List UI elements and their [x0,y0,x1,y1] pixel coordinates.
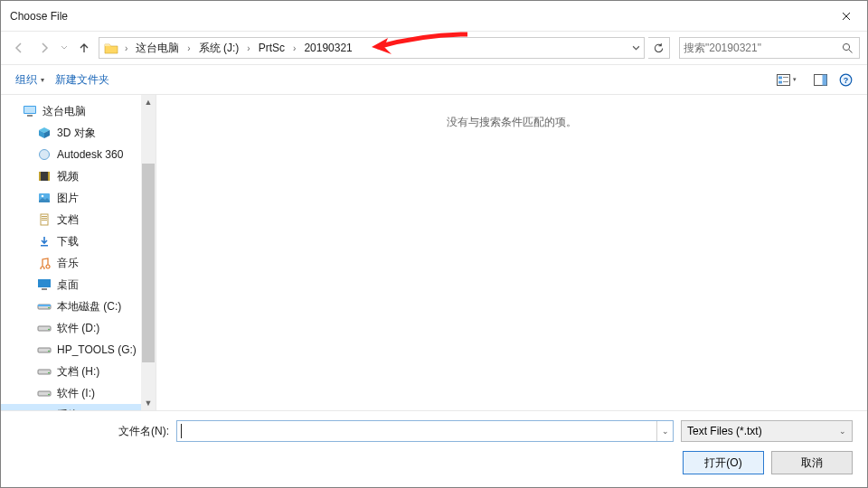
organize-button[interactable]: 组织▾ [10,69,50,91]
tree-drive-i[interactable]: 软件 (I:) [1,382,141,404]
refresh-button[interactable] [648,37,670,59]
open-button[interactable]: 打开(O) [683,451,764,474]
video-icon [37,169,52,183]
svg-point-28 [48,307,50,309]
svg-rect-12 [27,115,33,117]
music-icon [37,256,52,270]
svg-rect-21 [42,218,47,219]
crumb-prtsc[interactable]: PrtSc› [253,38,299,58]
desktop-icon [37,277,52,292]
file-list[interactable]: 没有与搜索条件匹配的项。 [156,95,867,410]
svg-rect-22 [42,220,47,221]
tree-drive-g[interactable]: HP_TOOLS (G:) [1,339,141,361]
svg-rect-25 [42,288,47,290]
titlebar: Choose File [1,1,867,32]
filetype-filter[interactable]: Text Files (*.txt) ⌄ [681,420,853,442]
svg-rect-20 [42,216,47,217]
new-folder-button[interactable]: 新建文件夹 [50,69,115,91]
tree-music[interactable]: 音乐 [1,252,141,274]
back-button[interactable] [8,37,30,59]
tree-3d-objects[interactable]: 3D 对象 [1,122,141,144]
tree-videos[interactable]: 视频 [1,165,141,187]
folder-icon [102,39,120,57]
cancel-button[interactable]: 取消 [771,451,853,474]
drive-icon [37,343,52,357]
toolbar: 组织▾ 新建文件夹 ▾ ? [1,64,867,95]
filename-input[interactable]: ⌄ [176,420,674,442]
tree-desktop[interactable]: 桌面 [1,274,141,296]
close-icon [842,12,851,21]
crumb-this-pc[interactable]: 这台电脑› [130,38,193,58]
svg-rect-27 [38,305,51,306]
svg-point-32 [48,351,50,352]
scroll-up-icon[interactable]: ▲ [141,95,156,109]
scroll-down-icon[interactable]: ▼ [141,396,156,410]
tree-this-pc[interactable]: 这台电脑 [1,100,141,122]
drive-icon [37,299,52,314]
autodesk-icon [37,147,52,162]
chevron-right-icon: › [184,43,193,53]
arrow-right-icon [38,42,51,54]
address-bar[interactable]: › 这台电脑› 系统 (J:)› PrtSc› 20190321 [99,37,645,59]
tree-drive-j[interactable]: 系统 (J:) [1,404,141,410]
navbar: › 这台电脑› 系统 (J:)› PrtSc› 20190321 [1,32,867,64]
monitor-icon [23,104,37,118]
svg-point-30 [48,329,50,331]
filename-label: 文件名(N): [15,424,169,439]
arrow-left-icon [13,42,25,54]
arrow-up-icon [78,42,90,54]
svg-point-0 [843,43,849,50]
refresh-icon [653,42,665,54]
preview-pane-button[interactable] [807,69,833,90]
svg-rect-4 [783,77,788,78]
crumb-drive-j[interactable]: 系统 (J:)› [193,38,253,58]
tree-downloads[interactable]: 下载 [1,230,141,252]
preview-pane-icon [814,74,827,86]
body: 这台电脑 3D 对象 Autodesk 360 视频 图片 文档 下载 音乐 桌… [1,95,867,410]
search-icon[interactable] [839,42,855,54]
address-dropdown[interactable] [627,38,644,58]
svg-rect-23 [41,245,48,247]
view-mode-button[interactable]: ▾ [773,69,807,90]
svg-text:?: ? [843,76,848,85]
svg-rect-24 [38,279,51,287]
tree-autodesk[interactable]: Autodesk 360 [1,144,141,165]
svg-rect-1 [778,74,790,85]
svg-rect-2 [778,76,782,79]
chevron-down-icon: ⌄ [839,427,846,436]
window-title: Choose File [10,10,826,23]
svg-rect-7 [822,74,826,85]
file-dialog: Choose File › 这台电脑› 系统 (J:)› PrtSc› [0,0,868,488]
crumb-date[interactable]: 20190321 [298,38,357,58]
tree-drive-c[interactable]: 本地磁盘 (C:) [1,296,141,317]
svg-rect-11 [24,107,35,113]
tree-pictures[interactable]: 图片 [1,187,141,209]
drive-icon [37,386,52,400]
drive-icon [37,408,52,410]
filename-dropdown[interactable]: ⌄ [656,421,673,441]
tree-drive-d[interactable]: 软件 (D:) [1,317,141,339]
folder-tree[interactable]: 这台电脑 3D 对象 Autodesk 360 视频 图片 文档 下载 音乐 桌… [1,95,141,410]
history-dropdown[interactable] [59,37,70,59]
tree-drive-h[interactable]: 文档 (H:) [1,361,141,382]
sidebar-scrollbar[interactable]: ▲ ▼ [141,95,156,410]
search-box[interactable] [679,37,860,59]
doc-icon [37,212,52,227]
cube-icon [37,126,52,140]
chevron-down-icon [61,44,68,52]
up-button[interactable] [73,37,95,59]
close-button[interactable] [826,1,867,32]
chevron-right-icon[interactable]: › [122,43,130,53]
search-input[interactable] [684,42,839,54]
help-button[interactable]: ? [833,69,858,90]
chevron-down-icon [632,44,640,52]
view-icon [777,74,790,86]
svg-point-36 [48,394,50,396]
forward-button[interactable] [33,37,55,59]
svg-rect-15 [39,172,41,181]
scrollbar-thumb[interactable] [142,164,155,362]
tree-documents[interactable]: 文档 [1,209,141,230]
svg-point-34 [48,372,50,374]
svg-rect-16 [48,172,50,181]
svg-rect-5 [783,81,788,82]
